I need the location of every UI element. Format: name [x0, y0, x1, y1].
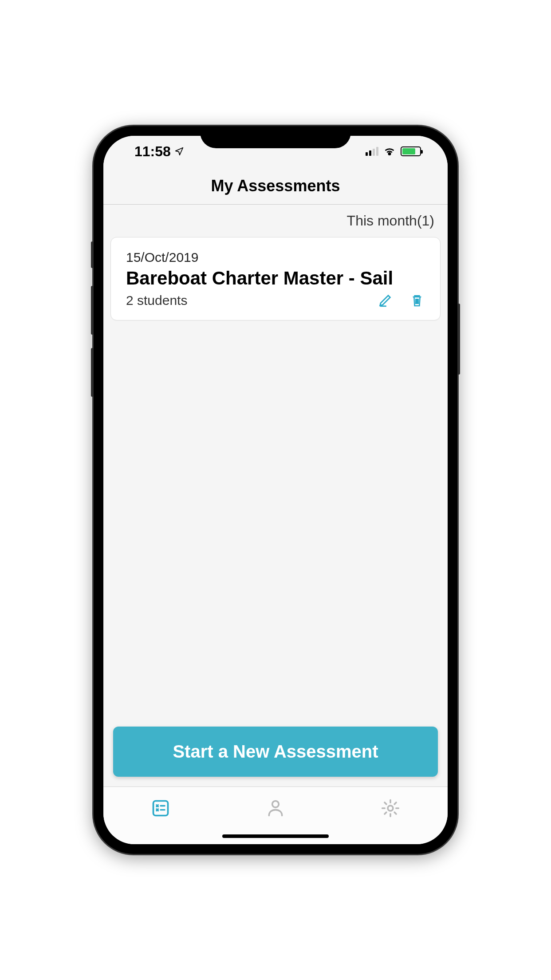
svg-point-0	[389, 153, 390, 154]
device-notch	[200, 126, 351, 148]
volume-up	[91, 286, 94, 335]
volume-down	[91, 348, 94, 397]
status-right	[366, 146, 430, 157]
assessment-card[interactable]: 15/Oct/2019 Bareboat Charter Master - Sa…	[110, 237, 441, 320]
tab-profile[interactable]	[258, 795, 293, 822]
nav-header: My Assessments	[103, 167, 448, 205]
start-new-assessment-button[interactable]: Start a New Assessment	[113, 727, 438, 777]
tab-settings[interactable]	[373, 795, 408, 822]
section-filter-label[interactable]: This month(1)	[110, 205, 441, 237]
edit-icon[interactable]	[377, 292, 393, 308]
content-area: This month(1) 15/Oct/2019 Bareboat Chart…	[103, 205, 448, 786]
assessment-students: 2 students	[126, 293, 187, 308]
trash-icon[interactable]	[409, 292, 425, 308]
svg-point-2	[272, 801, 279, 808]
assessment-title: Bareboat Charter Master - Sail	[126, 268, 425, 289]
battery-icon	[401, 146, 421, 156]
location-icon	[174, 143, 184, 160]
power-button	[457, 304, 460, 375]
assessment-meta-row: 2 students	[126, 292, 425, 308]
assessment-actions	[377, 292, 425, 308]
screen: 11:58 My Assessments This month(1)	[103, 136, 448, 844]
home-indicator[interactable]	[222, 834, 329, 838]
signal-icon	[366, 147, 378, 156]
phone-frame: 11:58 My Assessments This month(1)	[94, 126, 457, 854]
page-title: My Assessments	[103, 177, 448, 195]
tab-assessments[interactable]	[143, 795, 178, 822]
spacer	[110, 320, 441, 727]
mute-switch	[91, 241, 94, 268]
status-time: 11:58	[134, 143, 171, 160]
svg-rect-1	[153, 801, 168, 816]
status-left: 11:58	[121, 143, 184, 160]
assessment-date: 15/Oct/2019	[126, 250, 425, 265]
wifi-icon	[383, 146, 396, 157]
svg-point-3	[388, 806, 393, 811]
